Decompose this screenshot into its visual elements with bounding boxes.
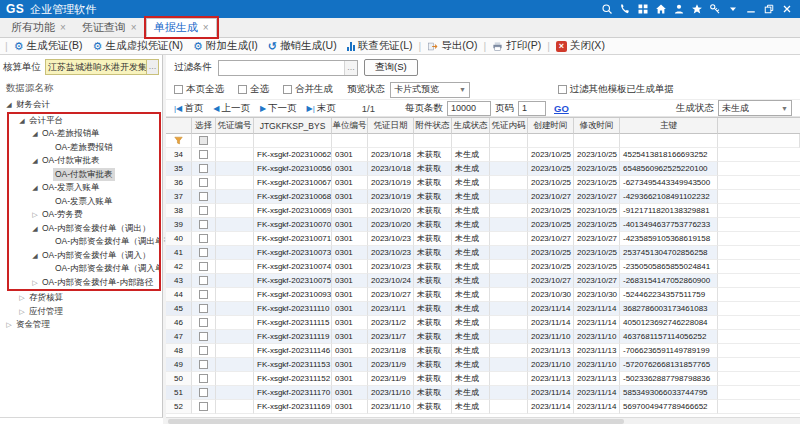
tree-item-OA-内部资金拨付单（调入单位凭证）[interactable]: OA-内部资金拨付单（调入单位凭证） — [9, 262, 159, 276]
row-checkbox-icon[interactable] — [199, 234, 208, 243]
checkbox-icon[interactable] — [238, 85, 247, 94]
row-checkbox[interactable] — [192, 148, 216, 162]
phone-icon[interactable] — [618, 2, 632, 16]
table-row[interactable]: 51FK-xsgkf-20231117003012023/11/10未获取未生成… — [166, 386, 800, 400]
horizontal-scrollbar[interactable] — [166, 417, 800, 424]
accounting-unit-field[interactable]: 江苏盐城港响水港开发集团有限公司 … — [45, 59, 159, 75]
tree-item-OA-发票入账单[interactable]: ◢OA-发票入账单 — [9, 181, 159, 195]
tab-凭证查询[interactable]: 凭证查询× — [75, 18, 144, 37]
tree-item-OA-差旅报销单[interactable]: ◢OA-差旅报销单 — [9, 127, 159, 141]
tree-item-OA-内部资金拨付单-内部路径[interactable]: ▷OA-内部资金拨付单-内部路径 — [9, 276, 159, 290]
table-row[interactable]: 46FK-xsgkf-20231111503012023/11/2未获取未生成2… — [166, 316, 800, 330]
check-all[interactable]: 全选 — [238, 83, 269, 96]
column-header-修改时间[interactable]: 修改时间 — [574, 118, 620, 134]
row-checkbox[interactable] — [192, 232, 216, 246]
tree-item-OA-劳务费[interactable]: ▷OA-劳务费 — [9, 208, 159, 222]
toolbar-item-生成虚拟凭证(N)[interactable]: ⚙生成虚拟凭证(N) — [88, 39, 188, 53]
expand-icon[interactable]: ▷ — [17, 305, 27, 319]
filter-funnel-cell[interactable] — [166, 134, 192, 148]
query-button[interactable]: 查询(S) — [364, 59, 418, 76]
toolbar-item-撤销生成(U)[interactable]: ↺撤销生成(U) — [263, 39, 342, 53]
user-icon[interactable] — [672, 2, 686, 16]
table-row[interactable]: 52FK-xsgkf-20231116903012023/11/10未获取未生成… — [166, 400, 800, 414]
table-row[interactable]: 41FK-xsgkf-20231007303012023/10/23未获取未生成… — [166, 246, 800, 260]
column-header-选择[interactable]: 选择 — [192, 118, 216, 134]
collapse-icon[interactable]: ◢ — [4, 98, 14, 112]
per-page-input[interactable]: 10000 — [447, 101, 491, 116]
funnel-icon[interactable] — [174, 136, 183, 145]
home-icon[interactable] — [654, 2, 668, 16]
row-checkbox[interactable] — [192, 218, 216, 232]
row-checkbox[interactable] — [192, 162, 216, 176]
next-page-button[interactable]: ▶下一页 — [260, 102, 297, 115]
expand-icon[interactable]: ▷ — [30, 208, 40, 222]
tree-item-资金管理[interactable]: ▷资金管理 — [0, 318, 162, 332]
row-checkbox-icon[interactable] — [199, 150, 208, 159]
select-all-checkbox[interactable] — [199, 136, 208, 145]
accounting-unit-lookup-button[interactable]: … — [146, 60, 158, 74]
toolbar-item-导出(O)[interactable]: 导出(O) — [422, 39, 482, 53]
table-row[interactable]: 37FK-xsgkf-20231006803012023/10/19未获取未生成… — [166, 190, 800, 204]
tree-item-OA-发票入账单[interactable]: OA-发票入账单 — [9, 195, 159, 209]
tree-item-OA-付款审批表[interactable]: ◢OA-付款审批表 — [9, 154, 159, 168]
table-row[interactable]: 45FK-xsgkf-20231111003012023/11/1未获取未生成2… — [166, 302, 800, 316]
row-checkbox-icon[interactable] — [199, 346, 208, 355]
collapse-icon[interactable]: ◢ — [30, 249, 40, 263]
table-row[interactable]: 38FK-xsgkf-20231006903012023/10/20未获取未生成… — [166, 204, 800, 218]
collapse-icon[interactable]: ◢ — [30, 154, 40, 168]
filter-condition-input[interactable]: … — [218, 60, 358, 76]
collapse-icon[interactable]: ◢ — [30, 127, 40, 141]
row-checkbox-icon[interactable] — [199, 164, 208, 173]
table-row[interactable]: 50FK-xsgkf-20231115203012023/11/9未获取未生成2… — [166, 372, 800, 386]
row-checkbox-icon[interactable] — [199, 360, 208, 369]
table-row[interactable]: 49FK-xsgkf-20231115303012023/11/9未获取未生成2… — [166, 358, 800, 372]
row-checkbox-icon[interactable] — [199, 220, 208, 229]
minimize-icon[interactable] — [744, 2, 758, 16]
first-page-button[interactable]: |◀首页 — [174, 102, 203, 115]
filter-lookup-button[interactable]: … — [344, 61, 357, 75]
search-icon[interactable] — [600, 2, 614, 16]
restore-icon[interactable] — [762, 2, 776, 16]
column-header-单位编号[interactable]: 单位编号 — [332, 118, 368, 134]
row-checkbox-icon[interactable] — [199, 248, 208, 257]
table-row[interactable]: 34FK-xsgkf-20231006203012023/10/18未获取未生成… — [166, 148, 800, 162]
page-number-input[interactable]: 1 — [518, 101, 546, 116]
row-checkbox[interactable] — [192, 330, 216, 344]
check-filter-generated[interactable]: 过滤其他模板已生成单据 — [558, 83, 675, 96]
row-checkbox[interactable] — [192, 386, 216, 400]
key-icon[interactable] — [708, 2, 722, 16]
row-checkbox[interactable] — [192, 260, 216, 274]
close-tab-icon[interactable]: × — [60, 22, 66, 33]
go-link[interactable]: GO — [554, 103, 569, 114]
row-checkbox-icon[interactable] — [199, 402, 208, 411]
toolbar-item-关闭(X)[interactable]: ×关闭(X) — [551, 39, 610, 53]
row-checkbox[interactable] — [192, 316, 216, 330]
chevron-down-icon[interactable] — [726, 2, 740, 16]
row-checkbox-icon[interactable] — [199, 276, 208, 285]
row-checkbox[interactable] — [192, 190, 216, 204]
row-checkbox-icon[interactable] — [199, 304, 208, 313]
row-checkbox[interactable] — [192, 372, 216, 386]
column-header-生成状态[interactable]: 生成状态 — [452, 118, 490, 134]
column-header-JTGKFKSP_BYS[interactable]: JTGKFKSP_BYS — [254, 118, 332, 134]
table-row[interactable]: 39FK-xsgkf-20231007003012023/10/20未获取未生成… — [166, 218, 800, 232]
close-tab-icon[interactable]: × — [131, 22, 137, 33]
row-checkbox[interactable] — [192, 358, 216, 372]
column-header-主键[interactable]: 主键 — [620, 118, 718, 134]
row-checkbox[interactable] — [192, 288, 216, 302]
row-checkbox[interactable] — [192, 400, 216, 414]
row-checkbox[interactable] — [192, 302, 216, 316]
apps-icon[interactable] — [636, 2, 650, 16]
tab-单据生成[interactable]: 单据生成× — [146, 18, 217, 37]
tree-item-OA-内部资金拨付单（调出单位凭证）[interactable]: OA-内部资金拨付单（调出单位凭证） — [9, 235, 159, 249]
row-checkbox[interactable] — [192, 344, 216, 358]
expand-icon[interactable]: ▷ — [17, 291, 27, 305]
collapse-icon[interactable]: ◢ — [30, 222, 40, 236]
table-row[interactable]: 42FK-xsgkf-20231007403012023/10/23未获取未生成… — [166, 260, 800, 274]
collapse-icon[interactable]: ◢ — [30, 181, 40, 195]
prev-page-button[interactable]: ◀上一页 — [213, 102, 250, 115]
check-merge-generate[interactable]: 合并生成 — [283, 83, 333, 96]
toolbar-item-打印(P)[interactable]: 打印(P) — [487, 39, 546, 53]
row-checkbox[interactable] — [192, 274, 216, 288]
tree-item-OA-付款审批表[interactable]: OA-付款审批表 — [9, 168, 159, 182]
